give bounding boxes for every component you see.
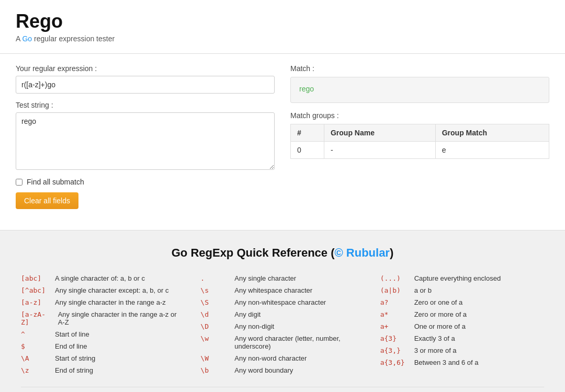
submatch-checkbox[interactable] <box>16 179 22 186</box>
col-group-match: Group Match <box>435 124 549 142</box>
ref-desc: Any single character in the range a-z or… <box>58 310 185 326</box>
ref-code: [a-zA-Z] <box>21 310 53 326</box>
ref-code: \S <box>200 298 229 306</box>
ref-desc: Start of string <box>55 354 95 362</box>
ref-code: \w <box>200 335 229 342</box>
ref-desc: Any non-whitespace character <box>234 298 326 306</box>
app-title: Rego <box>16 10 549 32</box>
ref-item: [abc]A single character of: a, b or c <box>21 272 185 284</box>
table-row: 0-e <box>291 142 549 159</box>
ref-code: ^ <box>21 330 50 338</box>
ref-code: \W <box>200 354 229 362</box>
regex-label: Your regular expression : <box>16 64 275 73</box>
go-link[interactable]: Go <box>22 34 32 43</box>
ref-desc: Start of line <box>55 330 89 338</box>
ref-desc: a or b <box>414 286 432 294</box>
ref-code: $ <box>21 342 50 350</box>
test-input[interactable] <box>16 112 275 170</box>
ref-code: [^abc] <box>21 286 50 294</box>
ref-code: \z <box>21 366 50 374</box>
submatch-label: Find all submatch <box>27 178 84 186</box>
ref-desc: A single character of: a, b or c <box>55 274 145 282</box>
ref-col-3: (...)Capture everything enclosed(a|b)a o… <box>380 272 544 376</box>
ref-item: \WAny non-word character <box>200 352 364 364</box>
ref-item: a{3,}3 or more of a <box>380 344 544 356</box>
ref-desc: Zero or one of a <box>414 298 463 306</box>
ref-item: (...)Capture everything enclosed <box>380 272 544 284</box>
ref-code: a* <box>380 310 409 318</box>
table-cell: 0 <box>291 142 324 159</box>
ref-code: a? <box>380 298 409 306</box>
ref-col-2: .Any single character\sAny whitespace ch… <box>200 272 364 376</box>
match-value: rego <box>299 85 314 93</box>
top-divider <box>0 53 565 54</box>
ref-code: \b <box>200 366 229 374</box>
ref-desc: Any non-digit <box>234 322 274 330</box>
ref-desc: Capture everything enclosed <box>414 274 501 282</box>
ref-item: (a|b)a or b <box>380 284 544 296</box>
ref-item: [a-zA-Z]Any single character in the rang… <box>21 308 185 328</box>
col-hash: # <box>291 124 324 142</box>
regex-input[interactable] <box>16 76 275 94</box>
table-cell: e <box>435 142 549 159</box>
left-panel: Your regular expression : Test string : … <box>16 64 275 209</box>
ref-code: \D <box>200 322 229 330</box>
ref-desc: Any single character except: a, b, or c <box>55 286 169 294</box>
ref-desc: 3 or more of a <box>414 347 457 354</box>
ref-item: \wAny word character (letter, number, un… <box>200 332 364 352</box>
ref-code: \A <box>21 354 50 362</box>
ref-desc: Any word character (letter, number, unde… <box>234 335 364 350</box>
col-group-name: Group Name <box>324 124 435 142</box>
ref-code: [abc] <box>21 274 50 282</box>
ref-desc: Any digit <box>234 310 261 318</box>
groups-table: # Group Name Group Match 0-e <box>290 124 549 159</box>
ref-desc: Any single character in the range a-z <box>55 298 166 306</box>
ref-col-1: [abc]A single character of: a, b or c[^a… <box>21 272 185 376</box>
ref-item: \dAny digit <box>200 308 364 320</box>
ref-code: (a|b) <box>380 286 409 294</box>
clear-button[interactable]: Clear all fields <box>16 192 78 209</box>
table-header-row: # Group Name Group Match <box>291 124 549 142</box>
groups-label: Match groups : <box>290 111 549 120</box>
ref-item: \bAny word boundary <box>200 364 364 376</box>
ref-item: a{3,6}Between 3 and 6 of a <box>380 356 544 368</box>
reference-title: Go RegExp Quick Reference (© Rubular) <box>21 246 544 260</box>
ref-desc: Any single character <box>234 274 296 282</box>
ref-item: [^abc]Any single character except: a, b,… <box>21 284 185 296</box>
match-box: rego <box>290 77 549 103</box>
ref-desc: End of line <box>55 342 87 350</box>
ref-code: a{3,6} <box>380 359 409 366</box>
ref-code: a+ <box>380 322 409 330</box>
ref-code: . <box>200 274 229 282</box>
rubular-link[interactable]: © Rubular <box>335 246 390 259</box>
reference-grid: [abc]A single character of: a, b or c[^a… <box>21 272 544 376</box>
ref-code: (...) <box>380 274 409 282</box>
ref-code: \s <box>200 286 229 294</box>
match-label: Match : <box>290 64 549 73</box>
ref-item: a*Zero or more of a <box>380 308 544 320</box>
ref-item: [a-z]Any single character in the range a… <box>21 296 185 308</box>
ref-desc: End of string <box>55 366 93 374</box>
ref-code: a{3} <box>380 335 409 342</box>
ref-item: .Any single character <box>200 272 364 284</box>
ref-item: a?Zero or one of a <box>380 296 544 308</box>
ref-desc: Any whitespace character <box>234 286 312 294</box>
ref-item: \SAny non-whitespace character <box>200 296 364 308</box>
ref-desc: Any non-word character <box>234 354 307 362</box>
reference-section: Go RegExp Quick Reference (© Rubular) [a… <box>0 230 565 392</box>
ref-item: a{3}Exactly 3 of a <box>380 332 544 344</box>
ref-item: \DAny non-digit <box>200 320 364 332</box>
ref-item: \sAny whitespace character <box>200 284 364 296</box>
ref-desc: Exactly 3 of a <box>414 335 455 342</box>
ref-item: \AStart of string <box>21 352 185 364</box>
ref-item: a+One or more of a <box>380 320 544 332</box>
ref-item: $End of line <box>21 340 185 352</box>
ref-code: \d <box>200 310 229 318</box>
ref-desc: One or more of a <box>414 322 466 330</box>
ref-item: ^Start of line <box>21 328 185 340</box>
right-panel: Match : rego Match groups : # Group Name… <box>290 64 549 209</box>
ref-desc: Any word boundary <box>234 366 293 374</box>
footer-divider <box>21 387 544 387</box>
ref-item: \zEnd of string <box>21 364 185 376</box>
ref-desc: Zero or more of a <box>414 310 467 318</box>
